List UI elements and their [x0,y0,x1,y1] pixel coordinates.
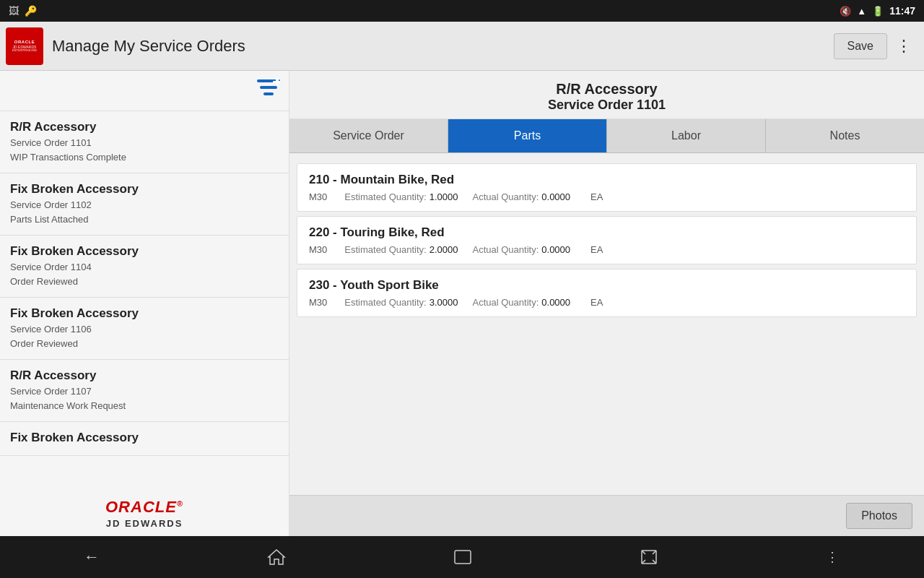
list-item-title: Fix Broken Accessory [10,306,279,321]
detail-subtitle: Service Order 1101 [289,98,924,113]
oracle-logo-text: ORACLE® [105,498,183,517]
est-qty-label: Estimated Quantity: [344,191,426,202]
list-item-title: R/R Accessory [10,120,279,134]
part-item: 230 - Youth Sport Bike M30 Estimated Qua… [297,269,917,317]
photos-button[interactable]: Photos [846,503,912,529]
list-item-status: WIP Transactions Complete [10,150,279,165]
tab-labor[interactable]: Labor [607,119,766,152]
est-qty-value: 2.0000 [430,244,458,255]
part-details: M30 Estimated Quantity: 1.0000 Actual Qu… [309,191,905,202]
part-name: 220 - Touring Bike, Red [309,225,905,240]
back-button[interactable]: ← [72,542,111,572]
svg-rect-2 [263,92,274,95]
parts-list: 210 - Mountain Bike, Red M30 Estimated Q… [289,153,924,495]
bottom-action: Photos [289,495,924,536]
save-button[interactable]: Save [834,33,887,59]
oracle-brand: ORACLE® [105,498,183,516]
home-button[interactable] [256,543,297,571]
part-code: M30 [309,244,327,255]
more-menu-button[interactable]: ⋮ [890,34,918,59]
logo-text: ORACLE JD EDWARDS ENTERPRISEONE [12,40,37,53]
list-item-status: Maintenance Work Request [10,399,279,413]
act-qty-label: Actual Quantity: [473,297,539,308]
list-item-status: Order Reviewed [10,337,279,351]
est-qty-value: 3.0000 [430,297,458,308]
list-item-order: Service Order 1106 [10,322,279,337]
list-item-order: Service Order 1101 [10,136,279,150]
list-item-order: Service Order 1107 [10,384,279,399]
list-item-title: Fix Broken Accessory [10,182,279,197]
list-item-title: Fix Broken Accessory [10,431,279,445]
part-details: M30 Estimated Quantity: 2.0000 Actual Qu… [309,244,905,255]
svg-rect-5 [455,551,471,564]
status-bar-left: 🖼 🔑 [9,5,37,17]
list-item[interactable]: Fix Broken Accessory Service Order 1104 … [0,236,289,298]
act-qty-value: 0.0000 [541,191,570,202]
status-bar-right: 🔇 ▲ 🔋 11:47 [840,5,915,17]
part-name: 210 - Mountain Bike, Red [309,173,905,187]
status-bar: 🖼 🔑 🔇 ▲ 🔋 11:47 [0,0,924,22]
clock: 11:47 [889,5,915,17]
filter-icon[interactable] [257,78,280,103]
part-unit: EA [590,297,603,308]
act-qty-label: Actual Quantity: [473,191,539,202]
detail-header: R/R Accessory Service Order 1101 [289,71,924,119]
list-item-title: Fix Broken Accessory [10,244,279,259]
wifi-icon: ▲ [857,6,866,17]
est-qty-label: Estimated Quantity: [344,244,426,255]
list-item-order: Service Order 1104 [10,260,279,275]
svg-rect-1 [260,86,277,89]
list-item-status: Order Reviewed [10,275,279,289]
jde-text: JD EDWARDS [106,518,183,529]
part-code: M30 [309,191,327,202]
app-logo: ORACLE JD EDWARDS ENTERPRISEONE [6,27,43,65]
act-qty-value: 0.0000 [541,297,570,308]
part-code: M30 [309,297,327,308]
list-item-order: Service Order 1102 [10,198,279,212]
app-bar-actions: Save ⋮ [834,33,918,59]
tab-service-order[interactable]: Service Order [289,119,448,152]
est-qty-label: Estimated Quantity: [344,297,426,308]
list-item[interactable]: Fix Broken Accessory Service Order 1106 … [0,298,289,360]
key-icon: 🔑 [25,5,37,17]
list-item[interactable]: Fix Broken Accessory [0,422,289,456]
mute-icon: 🔇 [840,6,851,17]
right-panel: R/R Accessory Service Order 1101 Service… [289,71,924,536]
recent-apps-button[interactable] [442,543,484,571]
part-unit: EA [590,244,603,255]
detail-title: R/R Accessory [289,81,924,98]
part-name: 230 - Youth Sport Bike [309,278,905,293]
screenshot-button[interactable] [628,543,670,571]
options-button[interactable]: ⋮ [814,543,852,571]
left-panel: R/R Accessory Service Order 1101 WIP Tra… [0,71,289,536]
tabs: Service Order Parts Labor Notes [289,119,924,153]
list-item[interactable]: Fix Broken Accessory Service Order 1102 … [0,173,289,236]
act-qty-value: 0.0000 [541,244,570,255]
act-qty-label: Actual Quantity: [473,244,539,255]
app-title: Manage My Service Orders [52,37,834,56]
filter-bar [0,71,289,111]
list-item[interactable]: R/R Accessory Service Order 1107 Mainten… [0,360,289,422]
app-bar: ORACLE JD EDWARDS ENTERPRISEONE Manage M… [0,22,924,71]
list-item-status: Parts List Attached [10,212,279,227]
image-icon: 🖼 [9,5,19,17]
main-content: R/R Accessory Service Order 1101 WIP Tra… [0,71,924,536]
part-unit: EA [590,191,603,202]
list-item-title: R/R Accessory [10,368,279,383]
oracle-branding: ORACLE® JD EDWARDS [0,486,289,536]
options-icon: ⋮ [826,549,840,565]
est-qty-value: 1.0000 [430,191,458,202]
part-item: 220 - Touring Bike, Red M30 Estimated Qu… [297,216,917,264]
nav-bar: ← ⋮ [0,536,924,578]
tab-notes[interactable]: Notes [766,119,924,152]
list-item[interactable]: R/R Accessory Service Order 1101 WIP Tra… [0,111,289,173]
battery-icon: 🔋 [872,6,884,17]
tab-parts[interactable]: Parts [448,119,607,152]
back-icon: ← [84,548,100,566]
svg-rect-4 [273,81,280,83]
part-details: M30 Estimated Quantity: 3.0000 Actual Qu… [309,297,905,308]
part-item: 210 - Mountain Bike, Red M30 Estimated Q… [297,163,917,212]
